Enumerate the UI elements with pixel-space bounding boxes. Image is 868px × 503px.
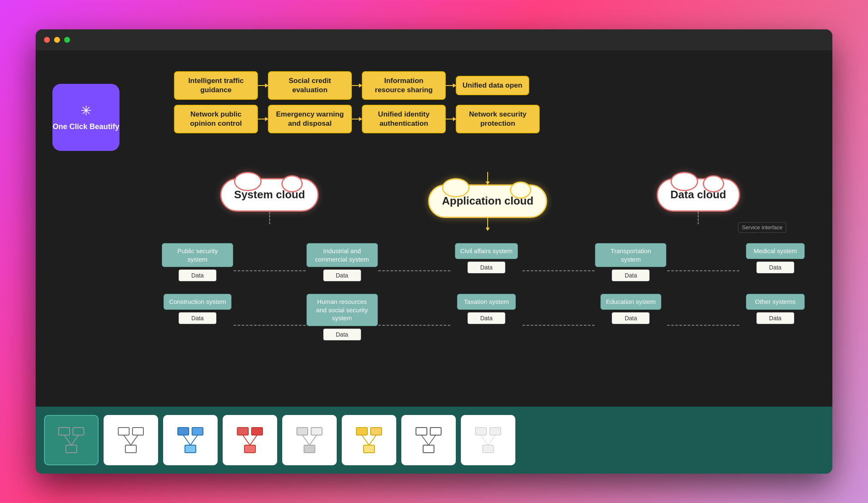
data-cloud: Data cloud bbox=[657, 178, 740, 212]
h-connector-5 bbox=[234, 325, 306, 326]
main-content: ✳ One Click Beautify Intelligent traffic… bbox=[36, 50, 832, 474]
boxes-row-2: Network public opinion control Emergency… bbox=[174, 105, 795, 133]
maximize-button[interactable] bbox=[64, 37, 70, 43]
sys-industrial[interactable]: Industrial and commercial system bbox=[307, 243, 378, 267]
svg-rect-6 bbox=[133, 428, 143, 435]
box-emergency[interactable]: Emergency warning and disposal bbox=[268, 105, 352, 133]
box-intelligent-traffic[interactable]: Intelligent traffic guidance bbox=[174, 71, 258, 100]
box-info-resource[interactable]: Information resource sharing bbox=[362, 71, 446, 100]
sys-construction[interactable]: Construction system bbox=[164, 294, 231, 310]
application-cloud: Application cloud bbox=[428, 184, 547, 218]
minimize-button[interactable] bbox=[54, 37, 60, 43]
data-box-8[interactable]: Data bbox=[468, 312, 505, 324]
data-box-5[interactable]: Data bbox=[756, 262, 794, 273]
svg-line-23 bbox=[302, 435, 309, 445]
box-network-public[interactable]: Network public opinion control bbox=[174, 105, 258, 133]
tile-svg-3 bbox=[174, 423, 207, 457]
template-tile-4[interactable] bbox=[223, 415, 277, 465]
sys-public-security[interactable]: Public security system bbox=[162, 243, 233, 267]
ocb-label: One Click Beautify bbox=[52, 122, 119, 132]
sys-unit-4: Transportation system Data bbox=[595, 243, 667, 281]
sys-education[interactable]: Education system bbox=[600, 294, 661, 310]
template-tile-8[interactable] bbox=[461, 415, 515, 465]
svg-rect-12 bbox=[185, 445, 196, 453]
svg-rect-20 bbox=[297, 428, 308, 435]
tile-svg-5 bbox=[293, 423, 326, 457]
svg-rect-21 bbox=[311, 428, 322, 435]
box-unit-2: Social credit evaluation bbox=[268, 71, 362, 100]
arrow-5 bbox=[258, 119, 268, 119]
svg-rect-30 bbox=[416, 428, 427, 435]
data-box-9[interactable]: Data bbox=[612, 312, 650, 324]
data-box-4[interactable]: Data bbox=[612, 270, 650, 281]
app-cloud-arrow-in bbox=[487, 172, 488, 184]
svg-line-33 bbox=[421, 435, 429, 445]
data-box-1[interactable]: Data bbox=[179, 270, 216, 281]
cloud1-connector bbox=[269, 212, 270, 224]
ocb-badge[interactable]: ✳ One Click Beautify bbox=[52, 84, 120, 151]
clouds-section: System cloud Application cloud Data clou… bbox=[166, 172, 795, 231]
app-cloud-container: Application cloud bbox=[428, 172, 547, 231]
h-connector-2 bbox=[378, 270, 450, 271]
close-button[interactable] bbox=[44, 37, 50, 43]
system-cloud: System cloud bbox=[220, 178, 319, 212]
data-stack-7: Data bbox=[323, 329, 361, 340]
template-tile-3[interactable] bbox=[163, 415, 218, 465]
box-unified-data[interactable]: Unified data open bbox=[456, 76, 529, 95]
template-tile-1[interactable] bbox=[44, 415, 99, 465]
svg-rect-11 bbox=[192, 428, 203, 435]
tile-svg-6 bbox=[352, 423, 386, 457]
svg-line-13 bbox=[183, 435, 190, 445]
sys-taxation[interactable]: Taxation system bbox=[457, 294, 516, 310]
sys-unit-10: Other systems Data bbox=[739, 294, 811, 340]
svg-rect-10 bbox=[178, 428, 189, 435]
sys-transportation[interactable]: Transportation system bbox=[595, 243, 666, 267]
data-cloud-container: Data cloud bbox=[657, 178, 740, 224]
box-network-security[interactable]: Network security protection bbox=[456, 105, 540, 133]
data-box-10[interactable]: Data bbox=[756, 312, 794, 324]
svg-rect-31 bbox=[430, 428, 441, 435]
data-box-7[interactable]: Data bbox=[323, 329, 361, 340]
box-unit-3: Information resource sharing bbox=[362, 71, 456, 100]
data-stack-10: Data bbox=[756, 312, 794, 324]
tile-svg-8 bbox=[471, 423, 505, 457]
sys-human-resources[interactable]: Human resources and social security syst… bbox=[307, 294, 378, 326]
box-social-credit[interactable]: Social credit evaluation bbox=[268, 71, 352, 100]
boxes-row-1: Intelligent traffic guidance Social cred… bbox=[174, 71, 795, 100]
sys-medical[interactable]: Medical system bbox=[746, 243, 805, 259]
sys-unit-1: Public security system Data bbox=[161, 243, 234, 281]
tile-svg-7 bbox=[412, 423, 445, 457]
ocb-icon: ✳ bbox=[81, 103, 92, 119]
cloud3-connector bbox=[698, 212, 699, 224]
box-unit-5: Network public opinion control bbox=[174, 105, 268, 133]
diagram-area: Intelligent traffic guidance Social cred… bbox=[140, 59, 811, 436]
sys-civil-affairs[interactable]: Civil affairs system bbox=[455, 243, 518, 259]
svg-line-18 bbox=[243, 435, 250, 445]
data-box-3[interactable]: Data bbox=[468, 262, 505, 273]
template-tile-5[interactable] bbox=[282, 415, 337, 465]
svg-line-8 bbox=[124, 435, 131, 445]
h-connector-3 bbox=[522, 270, 595, 271]
data-stack-4: Data bbox=[612, 270, 650, 281]
template-tile-7[interactable] bbox=[401, 415, 456, 465]
app-cloud-arrow-out bbox=[487, 218, 488, 231]
svg-rect-7 bbox=[125, 445, 136, 453]
svg-rect-22 bbox=[304, 445, 315, 453]
tile-svg-1 bbox=[55, 423, 88, 457]
box-unified-identity[interactable]: Unified identity authentication bbox=[362, 105, 446, 133]
template-tile-6[interactable] bbox=[342, 415, 396, 465]
sys-unit-9: Education system Data bbox=[595, 294, 667, 340]
svg-line-28 bbox=[362, 435, 369, 445]
svg-rect-1 bbox=[73, 428, 84, 435]
data-stack-3: Data bbox=[468, 262, 505, 273]
tile-svg-4 bbox=[233, 423, 267, 457]
data-stack-6: Data bbox=[179, 312, 216, 324]
data-box-2[interactable]: Data bbox=[323, 270, 361, 281]
svg-rect-26 bbox=[371, 428, 382, 435]
data-box-6[interactable]: Data bbox=[179, 312, 216, 324]
template-tile-2[interactable] bbox=[104, 415, 158, 465]
sys-other[interactable]: Other systems bbox=[746, 294, 805, 310]
svg-line-14 bbox=[190, 435, 198, 445]
svg-rect-25 bbox=[356, 428, 367, 435]
svg-line-9 bbox=[131, 435, 138, 445]
